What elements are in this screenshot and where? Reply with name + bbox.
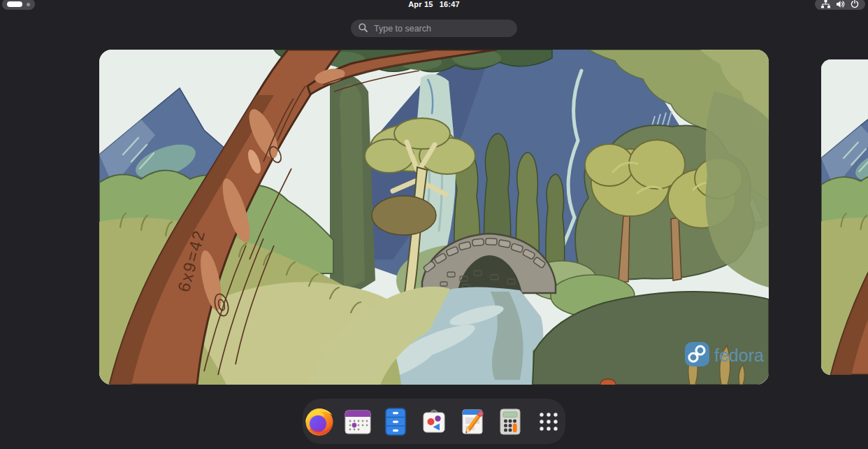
gnome-overview: fedora xyxy=(0,0,868,449)
dock-item-text-editor[interactable] xyxy=(456,405,489,439)
show-apps-grid-icon xyxy=(533,406,565,438)
system-tray[interactable] xyxy=(815,0,865,10)
network-wired-icon xyxy=(821,0,830,8)
clock-date: Apr 15 xyxy=(408,0,433,8)
search-input[interactable] xyxy=(372,23,501,34)
search-bar[interactable] xyxy=(351,20,517,37)
volume-icon xyxy=(836,0,845,8)
workspace-active-pill[interactable] xyxy=(7,1,22,7)
workspace-preview-current[interactable] xyxy=(99,50,769,385)
dock-item-calendar[interactable] xyxy=(341,405,375,439)
workspace-indicator[interactable] xyxy=(2,0,35,10)
text-editor-icon xyxy=(456,406,489,438)
clock-time: 16:47 xyxy=(440,0,460,8)
dock-item-files[interactable] xyxy=(379,405,412,439)
top-bar: Apr 15 16:47 xyxy=(0,0,868,11)
power-icon xyxy=(851,0,859,8)
calculator-icon xyxy=(494,406,526,438)
dock-item-calculator[interactable] xyxy=(494,405,528,439)
dock-item-show-apps[interactable] xyxy=(532,405,565,439)
clock[interactable]: Apr 15 16:47 xyxy=(408,0,460,8)
dock-item-software[interactable] xyxy=(417,405,451,439)
dash-dock xyxy=(303,399,565,444)
workspace-inactive-dot[interactable] xyxy=(27,3,30,6)
files-icon xyxy=(379,406,412,438)
workspace-preview-next[interactable] xyxy=(821,59,868,375)
dock-item-firefox[interactable] xyxy=(303,405,336,439)
search-icon xyxy=(359,22,368,35)
calendar-icon xyxy=(342,406,374,438)
software-icon xyxy=(418,406,450,438)
firefox-icon xyxy=(303,406,335,438)
